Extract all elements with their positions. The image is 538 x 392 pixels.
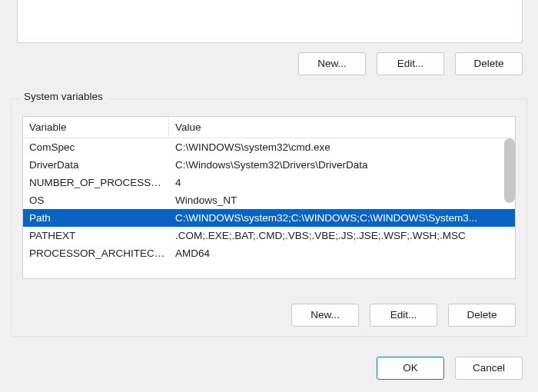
column-header-variable[interactable]: Variable: [23, 117, 169, 138]
table-row[interactable]: PATHEXT.COM;.EXE;.BAT;.CMD;.VBS;.VBE;.JS…: [23, 227, 515, 244]
system-edit-button[interactable]: Edit...: [370, 304, 437, 327]
table-header: Variable Value: [23, 117, 515, 138]
user-variables-buttons: New... Edit... Delete: [11, 52, 523, 75]
user-variables-list[interactable]: [17, 0, 523, 43]
table-row[interactable]: DriverDataC:\Windows\System32\Drivers\Dr…: [23, 156, 515, 174]
cell-variable: PROCESSOR_ARCHITECTU...: [23, 244, 169, 262]
cell-variable: OS: [23, 191, 169, 209]
cell-value: 4: [169, 174, 515, 191]
table-row[interactable]: PathC:\WINDOWS\system32;C:\WINDOWS;C:\WI…: [23, 209, 515, 227]
cell-variable: DriverData: [23, 156, 169, 174]
table-row[interactable]: ComSpecC:\WINDOWS\system32\cmd.exe: [23, 138, 515, 156]
ok-button[interactable]: OK: [377, 357, 444, 380]
dialog-buttons: OK Cancel: [377, 357, 523, 380]
table-row[interactable]: NUMBER_OF_PROCESSORS4: [23, 174, 515, 191]
cell-value: AMD64: [169, 244, 515, 262]
cell-variable: Path: [23, 209, 169, 227]
table-row[interactable]: OSWindows_NT: [23, 191, 515, 209]
system-variables-label: System variables: [19, 91, 108, 102]
column-header-value[interactable]: Value: [169, 117, 515, 138]
system-new-button[interactable]: New...: [291, 304, 359, 327]
system-variables-buttons: New... Edit... Delete: [291, 304, 516, 327]
system-delete-button[interactable]: Delete: [448, 304, 516, 327]
user-new-button[interactable]: New...: [298, 52, 366, 75]
cancel-button[interactable]: Cancel: [455, 357, 523, 380]
cell-variable: NUMBER_OF_PROCESSORS: [23, 174, 169, 191]
table-row[interactable]: PROCESSOR_ARCHITECTU...AMD64: [23, 244, 515, 262]
user-delete-button[interactable]: Delete: [455, 52, 523, 75]
cell-value: C:\Windows\System32\Drivers\DriverData: [169, 156, 515, 174]
cell-value: C:\WINDOWS\system32;C:\WINDOWS;C:\WINDOW…: [169, 209, 515, 227]
environment-variables-dialog: New... Edit... Delete System variables V…: [0, 0, 538, 392]
cell-variable: ComSpec: [23, 138, 169, 156]
system-variables-group: System variables Variable Value ComSpecC…: [11, 98, 527, 337]
user-edit-button[interactable]: Edit...: [377, 52, 444, 75]
system-variables-table[interactable]: Variable Value ComSpecC:\WINDOWS\system3…: [22, 116, 516, 279]
cell-value: .COM;.EXE;.BAT;.CMD;.VBS;.VBE;.JS;.JSE;.…: [169, 227, 515, 244]
cell-variable: PATHEXT: [23, 227, 169, 244]
cell-value: Windows_NT: [169, 191, 515, 209]
table-body[interactable]: ComSpecC:\WINDOWS\system32\cmd.exeDriver…: [23, 138, 515, 278]
cell-value: C:\WINDOWS\system32\cmd.exe: [169, 138, 515, 156]
